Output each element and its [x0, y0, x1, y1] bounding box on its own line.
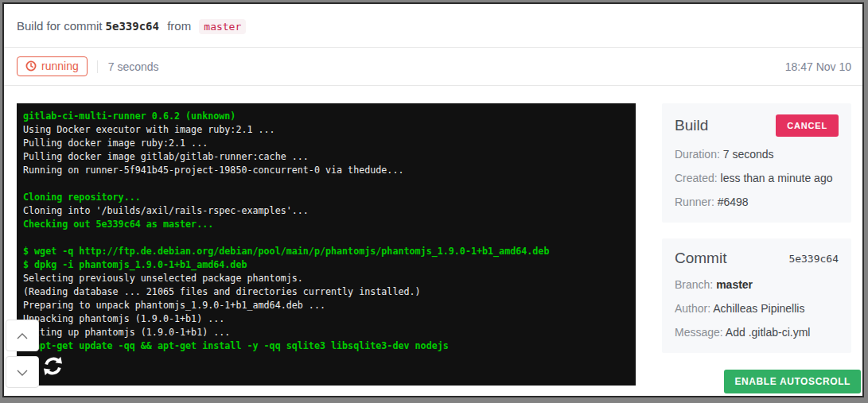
terminal-line: Using Docker executor with image ruby:2.…	[23, 123, 629, 137]
terminal-output: gitlab-ci-multi-runner 0.6.2 (unknown)Us…	[23, 110, 629, 353]
build-sidebar: Build CANCEL Duration: 7 secondsCreated:…	[662, 103, 851, 396]
terminal-line: $ dpkg -i phantomjs_1.9.0-1+b1_amd64.deb	[23, 258, 629, 272]
build-panel-head: Build CANCEL	[675, 114, 839, 137]
info-value: Add .gitlab-ci.yml	[726, 326, 811, 339]
info-row: Author: Achilleas Pipinellis	[675, 302, 839, 315]
enable-autoscroll-button[interactable]: ENABLE AUTOSCROLL	[724, 370, 861, 393]
terminal-line: $ apt-get update -qq && apt-get install …	[23, 339, 629, 353]
clock-icon	[25, 60, 37, 72]
status-bar: running 7 seconds 18:47 Nov 10	[4, 48, 862, 86]
status-label: running	[41, 60, 79, 72]
terminal-line: $ wget -q http://ftp.de.debian.org/debia…	[23, 245, 629, 258]
terminal-line	[23, 231, 629, 245]
info-value: #6498	[718, 196, 749, 208]
chevron-down-icon	[17, 366, 28, 378]
info-row: Duration: 7 seconds	[675, 148, 839, 161]
build-duration: 7 seconds	[97, 60, 159, 73]
info-row: Runner: #6498	[675, 196, 839, 208]
build-panel-rows: Duration: 7 secondsCreated: less than a …	[675, 148, 839, 208]
info-row: Branch: master	[675, 278, 839, 291]
chevron-up-icon	[17, 330, 28, 342]
page-frame: Build for commit5e339c64 from master run…	[2, 2, 864, 397]
build-page-content: Build for commit5e339c64 from master run…	[4, 4, 862, 396]
commit-panel-head: Commit 5e339c64	[675, 250, 839, 267]
info-value: master	[716, 278, 753, 291]
commit-sha-link[interactable]: 5e339c64	[788, 253, 839, 265]
commit-panel-rows: Branch: masterAuthor: Achilleas Pipinell…	[675, 278, 839, 339]
info-label: Created:	[675, 172, 721, 184]
scroll-down-button[interactable]	[6, 356, 39, 388]
terminal-line: Selecting previously unselected package …	[23, 272, 629, 285]
info-value: less than a minute ago	[721, 172, 833, 184]
build-panel-title: Build	[675, 117, 708, 134]
status-badge: running	[17, 56, 88, 76]
cancel-button[interactable]: CANCEL	[776, 114, 839, 137]
terminal-line: gitlab-ci-multi-runner 0.6.2 (unknown)	[23, 110, 629, 123]
terminal-line: Setting up phantomjs (1.9.0-1+b1) ...	[23, 326, 629, 339]
build-panel: Build CANCEL Duration: 7 secondsCreated:…	[662, 103, 851, 223]
terminal-line: Preparing to unpack phantomjs_1.9.0-1+b1…	[23, 299, 629, 312]
header-branch-link[interactable]: master	[199, 19, 246, 34]
header-prefix: Build for commit	[17, 19, 103, 33]
terminal-line: Cloning into '/builds/axil/rails-rspec-e…	[23, 204, 629, 218]
build-page-window: Build for commit5e339c64 from master run…	[0, 0, 868, 403]
build-header: Build for commit5e339c64 from master	[4, 4, 862, 48]
info-row: Message: Add .gitlab-ci.yml	[675, 326, 839, 339]
info-value: 7 seconds	[723, 148, 774, 161]
build-trace-terminal: gitlab-ci-multi-runner 0.6.2 (unknown)Us…	[17, 103, 636, 386]
terminal-line: Pulling docker image ruby:2.1 ...	[23, 137, 629, 150]
commit-panel: Commit 5e339c64 Branch: masterAuthor: Ac…	[662, 238, 851, 353]
info-label: Runner:	[675, 196, 718, 208]
info-value: Achilleas Pipinellis	[713, 302, 804, 315]
terminal-line: Checking out 5e339c64 as master...	[23, 218, 629, 231]
commit-panel-title: Commit	[675, 250, 726, 267]
info-label: Branch:	[675, 278, 716, 291]
terminal-line	[23, 177, 629, 191]
terminal-line: Cloning repository...	[23, 191, 629, 204]
info-label: Duration:	[675, 148, 723, 161]
info-label: Message:	[675, 326, 726, 339]
main-area: gitlab-ci-multi-runner 0.6.2 (unknown)Us…	[4, 86, 862, 396]
terminal-line: (Reading database ... 21065 files and di…	[23, 285, 629, 299]
header-from-label: from	[167, 19, 191, 33]
terminal-line: Pulling docker image gitlab/gitlab-runne…	[23, 150, 629, 164]
scroll-up-button[interactable]	[6, 320, 39, 351]
loading-spinner-icon	[42, 355, 629, 379]
terminal-line: Running on runner-5f941b45-project-19850…	[23, 164, 629, 177]
info-row: Created: less than a minute ago	[675, 172, 839, 184]
info-label: Author:	[675, 302, 713, 315]
build-timestamp: 18:47 Nov 10	[785, 60, 851, 73]
terminal-line: Unpacking phantomjs (1.9.0-1+b1) ...	[23, 312, 629, 326]
header-commit-sha: 5e339c64	[106, 20, 159, 33]
